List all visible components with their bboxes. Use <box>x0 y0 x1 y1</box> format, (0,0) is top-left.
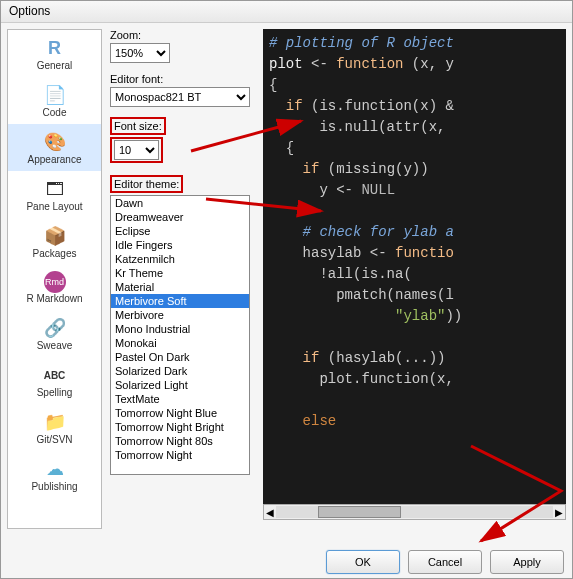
spelling-icon: ABC <box>43 363 67 387</box>
ok-button[interactable]: OK <box>326 550 400 574</box>
zoom-select[interactable]: 150% <box>110 43 170 63</box>
font-select[interactable]: Monospac821 BT <box>110 87 250 107</box>
font-size-select[interactable]: 10 <box>114 140 159 160</box>
theme-item[interactable]: Mono Industrial <box>111 322 249 336</box>
theme-item[interactable]: Solarized Dark <box>111 364 249 378</box>
theme-item[interactable]: Dawn <box>111 196 249 210</box>
font-label: Editor font: <box>110 73 261 85</box>
theme-item[interactable]: Pastel On Dark <box>111 350 249 364</box>
window-title: Options <box>9 4 50 18</box>
git-icon: 📁 <box>43 410 67 434</box>
scroll-left-icon[interactable]: ◀ <box>266 507 274 518</box>
dialog-body: R General 📄 Code 🎨 Appearance 🗔 Pane Lay… <box>1 23 572 535</box>
sidebar-item-label: Packages <box>33 248 77 259</box>
options-dialog: Options R General 📄 Code 🎨 Appearance 🗔 … <box>0 0 573 579</box>
sidebar-item-sweave[interactable]: 🔗 Sweave <box>8 310 101 357</box>
code-preview: # plotting of R object plot <- function … <box>263 29 566 504</box>
r-icon: R <box>43 36 67 60</box>
panes-icon: 🗔 <box>43 177 67 201</box>
sidebar-item-label: Appearance <box>28 154 82 165</box>
rmd-icon: Rmd <box>44 271 66 293</box>
zoom-label: Zoom: <box>110 29 261 41</box>
sidebar-item-packages[interactable]: 📦 Packages <box>8 218 101 265</box>
sidebar-item-label: Spelling <box>37 387 73 398</box>
title-bar: Options <box>1 1 572 23</box>
apply-button[interactable]: Apply <box>490 550 564 574</box>
category-sidebar: R General 📄 Code 🎨 Appearance 🗔 Pane Lay… <box>7 29 102 529</box>
dialog-footer: OK Cancel Apply <box>326 550 564 574</box>
theme-item[interactable]: Merbivore Soft <box>111 294 249 308</box>
document-icon: 📄 <box>43 83 67 107</box>
sidebar-item-publishing[interactable]: ☁ Publishing <box>8 451 101 498</box>
theme-item[interactable]: Monokai <box>111 336 249 350</box>
theme-item[interactable]: Eclipse <box>111 224 249 238</box>
publishing-icon: ☁ <box>43 457 67 481</box>
package-icon: 📦 <box>43 224 67 248</box>
sidebar-item-label: R Markdown <box>26 293 82 304</box>
theme-item[interactable]: Tomorrow Night <box>111 448 249 462</box>
theme-item[interactable]: Tomorrow Night Bright <box>111 420 249 434</box>
theme-item[interactable]: Tomorrow Night Blue <box>111 406 249 420</box>
theme-item[interactable]: Material <box>111 280 249 294</box>
sidebar-item-label: Sweave <box>37 340 73 351</box>
appearance-icon: 🎨 <box>43 130 67 154</box>
theme-label: Editor theme: <box>114 178 179 190</box>
sidebar-item-label: Code <box>43 107 67 118</box>
horizontal-scrollbar[interactable]: ◀ ▶ <box>263 504 566 520</box>
settings-column: Zoom: 150% Editor font: Monospac821 BT F… <box>108 23 263 535</box>
scroll-right-icon[interactable]: ▶ <box>555 507 563 518</box>
theme-item[interactable]: Tomorrow Night 80s <box>111 434 249 448</box>
sidebar-item-spelling[interactable]: ABC Spelling <box>8 357 101 404</box>
cancel-button[interactable]: Cancel <box>408 550 482 574</box>
sidebar-item-label: Publishing <box>31 481 77 492</box>
sidebar-item-pane-layout[interactable]: 🗔 Pane Layout <box>8 171 101 218</box>
theme-list[interactable]: DawnDreamweaverEclipseIdle FingersKatzen… <box>110 195 250 475</box>
theme-item[interactable]: Merbivore <box>111 308 249 322</box>
theme-item[interactable]: Idle Fingers <box>111 238 249 252</box>
sidebar-item-label: General <box>37 60 73 71</box>
sidebar-item-code[interactable]: 📄 Code <box>8 77 101 124</box>
theme-item[interactable]: Kr Theme <box>111 266 249 280</box>
sweave-icon: 🔗 <box>43 316 67 340</box>
sidebar-item-label: Pane Layout <box>26 201 82 212</box>
theme-item[interactable]: Katzenmilch <box>111 252 249 266</box>
sidebar-item-rmarkdown[interactable]: Rmd R Markdown <box>8 265 101 310</box>
sidebar-item-git[interactable]: 📁 Git/SVN <box>8 404 101 451</box>
theme-item[interactable]: TextMate <box>111 392 249 406</box>
sidebar-item-general[interactable]: R General <box>8 30 101 77</box>
preview-pane: # plotting of R object plot <- function … <box>263 29 566 529</box>
sidebar-item-appearance[interactable]: 🎨 Appearance <box>8 124 101 171</box>
theme-item[interactable]: Solarized Light <box>111 378 249 392</box>
theme-item[interactable]: Dreamweaver <box>111 210 249 224</box>
font-size-label: Font size: <box>114 120 162 132</box>
sidebar-item-label: Git/SVN <box>36 434 72 445</box>
